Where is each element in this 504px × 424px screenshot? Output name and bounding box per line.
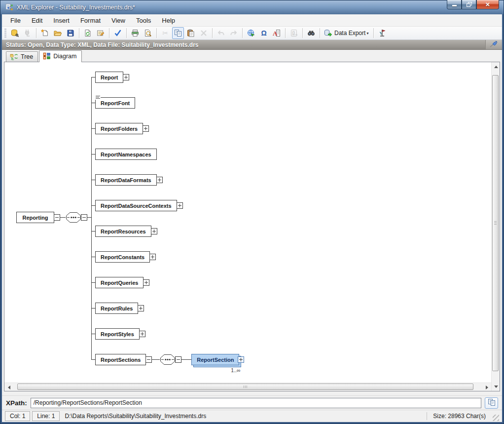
node-label: ReportSections <box>101 357 141 363</box>
minimize-button[interactable] <box>447 0 462 9</box>
diagram-row-reportfont: ReportFont <box>91 97 135 109</box>
diagram-node-reportdataformats[interactable]: ReportDataFormats <box>95 174 157 186</box>
connector-line <box>87 217 91 218</box>
selected-node-stack: ReportSection1..∞ <box>191 354 239 365</box>
toolbar-separator <box>109 28 109 38</box>
font-button[interactable]: A <box>271 27 283 39</box>
diagram-node-reportstyles[interactable]: ReportStyles <box>95 328 140 340</box>
resize-grip[interactable] <box>493 415 499 421</box>
scroll-up-button[interactable] <box>492 62 500 71</box>
scroll-down-button[interactable] <box>492 383 500 391</box>
menu-item-edit[interactable]: Edit <box>26 15 48 26</box>
diagram-node-reportnamespaces[interactable]: ReportNamespaces <box>95 149 157 160</box>
expand-plus-icon[interactable] <box>149 254 156 260</box>
find-button[interactable] <box>305 27 317 39</box>
menu-item-view[interactable]: View <box>106 15 131 26</box>
diagram-node-reportsection[interactable]: ReportSection <box>191 354 239 365</box>
sequence-indicator <box>66 212 81 223</box>
collapse-minus-icon[interactable] <box>175 356 181 363</box>
diagram-node-reportqueries[interactable]: ReportQueries <box>95 277 144 288</box>
diagram-node-reportconstants[interactable]: ReportConstants <box>95 251 150 263</box>
diagram-node-report[interactable]: Report <box>95 72 123 83</box>
collapse-minus-icon[interactable] <box>81 214 87 221</box>
web-refresh-button[interactable] <box>245 27 257 39</box>
validate-button[interactable] <box>112 27 124 39</box>
diagram-node-reportdatasourcecontexts[interactable]: ReportDataSourceContexts <box>95 200 177 211</box>
expand-plus-icon[interactable] <box>143 125 149 132</box>
tab-tree[interactable]: Tree <box>6 51 38 62</box>
line-indicator: Line: 1 <box>32 411 60 421</box>
expand-plus-icon[interactable] <box>138 305 144 311</box>
xpath-copy-button[interactable] <box>485 397 498 409</box>
toolbar-separator <box>242 28 243 38</box>
connector-line <box>91 257 95 257</box>
collapse-minus-icon[interactable] <box>145 356 152 363</box>
connector-line <box>91 154 95 154</box>
undo-button <box>215 27 227 39</box>
window-controls: × <box>447 0 499 9</box>
tab-label: Diagram <box>53 53 76 60</box>
omega-icon: Ω <box>260 29 268 38</box>
scroll-right-button[interactable] <box>483 383 491 391</box>
menu-item-insert[interactable]: Insert <box>48 15 75 26</box>
diagram-root-row: Reporting <box>16 212 91 223</box>
copy-pages-icon <box>488 398 496 408</box>
paste-button[interactable] <box>185 27 197 39</box>
scroll-left-button[interactable] <box>4 383 13 391</box>
horizontal-scroll-thumb[interactable] <box>17 384 473 390</box>
diagram-node-reporting[interactable]: Reporting <box>16 212 54 223</box>
diagram-row-reportstyles: ReportStyles <box>91 328 145 340</box>
restore-button[interactable] <box>462 0 476 9</box>
arrow-up-icon <box>494 64 498 68</box>
new-button[interactable] <box>39 27 51 39</box>
diagram-row-reportfolders: ReportFolders <box>91 123 149 134</box>
node-label: ReportRules <box>101 306 133 311</box>
data-connection-button[interactable] <box>9 27 21 39</box>
print-preview-button[interactable] <box>142 27 154 39</box>
data-export-dropdown[interactable]: Data Export▾ <box>323 27 371 39</box>
expand-plus-icon[interactable] <box>177 202 183 209</box>
connector-line <box>91 128 95 129</box>
refresh-document-button[interactable] <box>82 27 94 39</box>
globe-icon <box>247 29 255 38</box>
menu-item-file[interactable]: File <box>5 15 26 26</box>
copy-button[interactable] <box>172 27 184 39</box>
expand-plus-icon[interactable] <box>123 74 129 80</box>
menu-item-tools[interactable]: Tools <box>131 15 156 26</box>
delete-button <box>198 27 210 39</box>
save-button[interactable] <box>65 27 76 39</box>
connector-line <box>152 359 160 360</box>
diagram-node-reportfont[interactable]: ReportFont <box>95 97 135 109</box>
expand-plus-icon[interactable] <box>151 228 157 234</box>
expand-plus-icon[interactable] <box>238 356 244 363</box>
redo-button <box>228 27 240 39</box>
xpath-input[interactable] <box>31 398 481 408</box>
status-bar: Col: 1 Line: 1 D:\Data Reports\Suitabili… <box>2 410 502 422</box>
connector-line <box>181 359 191 360</box>
tab-diagram[interactable]: Diagram <box>39 50 81 62</box>
close-button[interactable]: × <box>476 0 499 9</box>
diagram-node-reportresources[interactable]: ReportResources <box>95 226 151 237</box>
collapse-minus-icon[interactable] <box>54 214 60 221</box>
connector-line <box>91 308 95 308</box>
diagram-node-reportfolders[interactable]: ReportFolders <box>95 123 143 134</box>
print-button[interactable] <box>129 27 141 39</box>
properties-button[interactable] <box>95 27 107 39</box>
horizontal-scrollbar[interactable] <box>4 383 491 391</box>
vertical-scrollbar[interactable] <box>491 62 500 391</box>
menu-item-help[interactable]: Help <box>156 15 180 26</box>
diagram-node-reportrules[interactable]: ReportRules <box>95 303 138 314</box>
menu-item-format[interactable]: Format <box>75 15 106 26</box>
sequence-indicator <box>160 354 176 365</box>
connector-line <box>91 77 95 77</box>
special-character-button[interactable]: Ω <box>258 27 270 39</box>
diagram-node-reportsections[interactable]: ReportSections <box>95 354 146 365</box>
toolbar-separator <box>320 28 320 38</box>
exit-button[interactable] <box>376 27 388 39</box>
open-button[interactable] <box>52 27 64 39</box>
vertical-scroll-thumb[interactable] <box>492 75 499 371</box>
expand-plus-icon[interactable] <box>139 331 145 337</box>
banner-brush-button[interactable] <box>485 40 502 49</box>
expand-plus-icon[interactable] <box>143 279 149 286</box>
expand-plus-icon[interactable] <box>156 177 163 183</box>
